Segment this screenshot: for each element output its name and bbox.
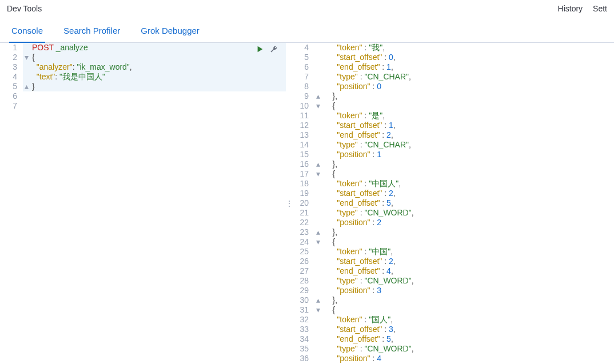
code-text: "start_offset" : 2, [321, 257, 614, 266]
top-bar-right: History Sett [558, 4, 607, 13]
fold-toggle [314, 121, 321, 130]
editor-line: 15 "position" : 1 [292, 150, 614, 159]
request-editor[interactable]: 1POST _analyze2▾{3 "analyzer": "ik_max_w… [0, 43, 286, 364]
line-number: 32 [292, 315, 314, 325]
line-number: 16 [292, 159, 314, 169]
line-number: 5 [0, 82, 23, 91]
editor-line: 20 "end_offset" : 5, [292, 198, 614, 208]
top-bar: Dev Tools History Sett [0, 0, 614, 17]
editor-line: 24▾ { [292, 237, 614, 247]
split-panes: 1POST _analyze2▾{3 "analyzer": "ik_max_w… [0, 43, 614, 364]
editor-line: 17▾ { [292, 169, 614, 179]
line-number: 8 [292, 82, 314, 91]
fold-toggle[interactable]: ▾ [314, 237, 321, 247]
fold-toggle[interactable]: ▾ [23, 53, 30, 62]
code-text: }, [321, 295, 614, 305]
fold-toggle[interactable]: ▴ [314, 227, 321, 237]
fold-toggle[interactable]: ▴ [314, 91, 321, 101]
code-text [30, 101, 286, 111]
code-text: "text": "我是中国人" [30, 72, 286, 82]
code-text: "end_offset" : 1, [321, 62, 614, 72]
code-text: "type" : "CN_WORD", [321, 276, 614, 286]
fold-toggle [23, 101, 30, 111]
code-text: "token" : "中国", [321, 247, 614, 257]
wrench-icon[interactable] [270, 45, 278, 55]
fold-toggle [314, 276, 321, 286]
editor-line: 11 "token" : "是", [292, 111, 614, 121]
line-number: 18 [292, 179, 314, 189]
code-text: "position" : 3 [321, 286, 614, 295]
line-number: 6 [0, 91, 23, 101]
code-text: "type" : "CN_CHAR", [321, 72, 614, 82]
editor-line: 18 "token" : "中国人", [292, 179, 614, 189]
tab-grok-debugger[interactable]: Grok Debugger [138, 20, 202, 42]
code-text: "end_offset" : 2, [321, 130, 614, 140]
history-link[interactable]: History [558, 4, 583, 13]
line-number: 27 [292, 266, 314, 276]
code-text: "token" : "我", [321, 43, 614, 53]
play-icon[interactable] [256, 45, 264, 55]
editor-line: 3 "analyzer": "ik_max_word", [0, 62, 286, 72]
code-text: { [321, 237, 614, 247]
fold-toggle[interactable]: ▾ [314, 169, 321, 179]
fold-toggle [314, 286, 321, 295]
fold-toggle [314, 208, 321, 218]
code-text: }, [321, 159, 614, 169]
line-number: 4 [292, 43, 314, 53]
editor-line: 14 "type" : "CN_CHAR", [292, 140, 614, 150]
editor-line: 28 "type" : "CN_WORD", [292, 276, 614, 286]
line-number: 3 [0, 62, 23, 72]
code-text: "type" : "CN_WORD", [321, 344, 614, 354]
code-text: "position" : 4 [321, 354, 614, 363]
fold-toggle [314, 140, 321, 150]
code-text: POST _analyze [30, 43, 286, 53]
editor-line: 13 "end_offset" : 2, [292, 130, 614, 140]
line-number: 7 [292, 72, 314, 82]
fold-toggle [314, 198, 321, 208]
editor-line: 34 "end_offset" : 5, [292, 334, 614, 344]
editor-line: 33 "start_offset" : 3, [292, 325, 614, 334]
editor-line: 7 [0, 101, 286, 111]
fold-toggle[interactable]: ▴ [314, 295, 321, 305]
fold-toggle [314, 150, 321, 159]
fold-toggle [23, 43, 30, 53]
code-text: "position" : 0 [321, 82, 614, 91]
editor-line: 23▴ }, [292, 227, 614, 237]
fold-toggle [314, 72, 321, 82]
line-number: 34 [292, 334, 314, 344]
code-text: "end_offset" : 5, [321, 198, 614, 208]
fold-toggle[interactable]: ▴ [23, 82, 30, 91]
fold-toggle[interactable]: ▾ [314, 305, 321, 315]
response-viewer[interactable]: 4 "token" : "我",5 "start_offset" : 0,6 "… [292, 43, 614, 364]
editor-line: 22 "position" : 2 [292, 218, 614, 227]
fold-toggle[interactable]: ▴ [314, 159, 321, 169]
line-number: 5 [292, 53, 314, 62]
editor-line: 10▾ { [292, 101, 614, 111]
tab-search-profiler[interactable]: Search Profiler [61, 20, 122, 42]
editor-line: 1POST _analyze [0, 43, 286, 53]
line-number: 25 [292, 247, 314, 257]
pane-resize-handle[interactable]: ⋮ [286, 43, 292, 364]
editor-line: 21 "type" : "CN_WORD", [292, 208, 614, 218]
code-text: "type" : "CN_WORD", [321, 208, 614, 218]
line-number: 28 [292, 276, 314, 286]
code-text: }, [321, 227, 614, 237]
line-number: 29 [292, 286, 314, 295]
fold-toggle [314, 53, 321, 62]
fold-toggle[interactable]: ▾ [314, 101, 321, 111]
editor-line: 8 "position" : 0 [292, 82, 614, 91]
line-number: 31 [292, 305, 314, 315]
line-number: 24 [292, 237, 314, 247]
fold-toggle [23, 62, 30, 72]
fold-toggle [314, 257, 321, 266]
tab-console[interactable]: Console [9, 20, 45, 42]
fold-toggle [314, 62, 321, 72]
code-text: "start_offset" : 2, [321, 189, 614, 198]
fold-toggle [314, 130, 321, 140]
settings-link[interactable]: Sett [593, 4, 607, 13]
code-text: "end_offset" : 4, [321, 266, 614, 276]
fold-toggle [314, 315, 321, 325]
fold-toggle [314, 179, 321, 189]
code-text: "start_offset" : 0, [321, 53, 614, 62]
editor-line: 12 "start_offset" : 1, [292, 121, 614, 130]
